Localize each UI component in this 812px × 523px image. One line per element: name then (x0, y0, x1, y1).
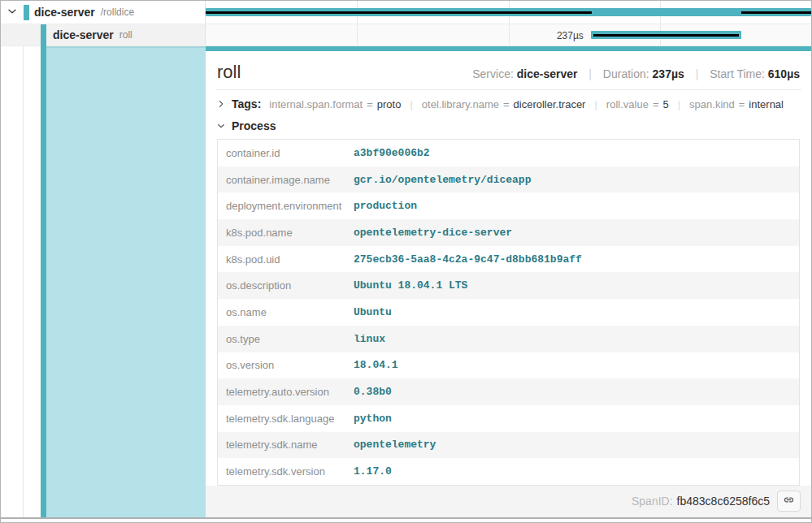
table-row: telemetry.auto.version 0.38b0 (218, 378, 799, 405)
meta-separator: | (588, 67, 592, 80)
process-key: k8s.pod.uid (218, 253, 354, 266)
process-key: container.image.name (218, 174, 354, 186)
process-value: 18.04.1 (354, 359, 398, 371)
service-color-chip (24, 5, 29, 20)
process-key: telemetry.sdk.version (218, 465, 354, 478)
tag-equals: = (653, 98, 659, 110)
process-value: opentelemetry (354, 439, 436, 451)
spanid-value: fb483c8c6258f6c5 (677, 495, 770, 508)
tag-value: diceroller.tracer (514, 98, 586, 110)
span-name-cell-roll[interactable]: dice-server roll (1, 24, 206, 45)
critical-path-segment (206, 11, 592, 14)
service-name: dice-server (53, 28, 114, 41)
selected-span-accent-bar (41, 46, 46, 517)
selected-span-highlight (46, 46, 206, 517)
link-icon (783, 494, 795, 509)
table-row: telemetry.sdk.name opentelemetry (218, 432, 799, 459)
tag-equals: = (367, 98, 373, 110)
process-key: k8s.pod.name (218, 227, 354, 239)
tag-key: roll.value (606, 98, 649, 110)
span-name-cell-rolldice[interactable]: dice-server /rolldice (1, 1, 206, 24)
span-bar-rolldice[interactable] (206, 8, 811, 16)
process-value: Ubuntu (354, 306, 392, 318)
tag-key: internal.span.format (269, 98, 363, 110)
process-value: a3bf90e006b2 (354, 147, 430, 159)
meta-separator: | (696, 67, 699, 80)
process-key: os.name (218, 306, 354, 318)
indent-guide-line (23, 46, 24, 517)
tag-key: otel.library.name (422, 98, 499, 110)
service-color-chip (41, 24, 46, 46)
span-detail-row: roll Service: dice-server | Duration: 23… (1, 46, 811, 517)
table-row: os.version 18.04.1 (218, 352, 799, 379)
duration-label: Duration: (603, 67, 649, 80)
tag-separator: | (410, 98, 412, 110)
process-key: telemetry.sdk.name (218, 439, 354, 451)
process-value: Ubuntu 18.04.1 LTS (354, 279, 467, 292)
process-value: 275ecb36-5aa8-4c2a-9c47-d8bb681b9aff (354, 253, 582, 266)
process-value: opentelemetry-dice-server (354, 227, 512, 239)
chevron-down-icon (217, 119, 225, 133)
copy-link-button[interactable] (777, 491, 801, 512)
process-value: 1.17.0 (354, 465, 392, 478)
span-detail-content: roll Service: dice-server | Duration: 23… (206, 51, 811, 486)
span-detail-header: roll Service: dice-server | Duration: 23… (215, 51, 801, 90)
span-operation-title: roll (217, 63, 241, 82)
operation-name: /rolldice (101, 6, 134, 18)
process-value: python (354, 413, 392, 425)
process-key: telemetry.auto.version (218, 386, 354, 398)
process-key-value-table: container.id a3bf90e006b2 container.imag… (217, 139, 800, 486)
span-bar-roll[interactable] (591, 31, 742, 39)
table-row: os.type linux (218, 326, 799, 352)
spanid-label: SpanID: (632, 495, 673, 508)
detail-row-bottom-border (1, 517, 811, 519)
span-meta: Service: dice-server | Duration: 237µs |… (472, 67, 800, 80)
span-duration-label: 237µs (557, 30, 584, 41)
table-row: container.id a3bf90e006b2 (218, 140, 799, 166)
tag-summary-item: span.kind=internal (689, 98, 784, 110)
span-row-rolldice[interactable]: dice-server /rolldice (1, 1, 811, 24)
tag-summary-item: roll.value=5 (606, 98, 669, 110)
selected-span-rail (1, 46, 206, 517)
tag-key: span.kind (689, 98, 735, 110)
tag-separator: | (678, 98, 680, 110)
span-detail-panel: roll Service: dice-server | Duration: 23… (206, 46, 811, 517)
chevron-right-icon (217, 98, 225, 110)
table-row: os.name Ubuntu (218, 299, 799, 326)
table-row: container.image.name gcr.io/opentelemetr… (218, 166, 799, 193)
tag-summary-item: otel.library.name=diceroller.tracer (422, 98, 586, 110)
process-value: linux (354, 333, 385, 345)
process-value: gcr.io/opentelemetry/diceapp (354, 174, 531, 186)
start-time-value: 610µs (768, 67, 800, 80)
process-label: Process (232, 119, 276, 132)
span-row-roll[interactable]: dice-server roll 237µs (1, 24, 811, 46)
span-timeline-cell[interactable] (206, 1, 811, 24)
process-key: deployment.environment (218, 200, 354, 212)
tag-value: 5 (662, 98, 668, 110)
trace-detail-view: dice-server /rolldice dice-server roll 2… (0, 0, 812, 523)
process-value: production (354, 200, 417, 212)
service-label: Service: (472, 67, 514, 80)
tag-equals: = (739, 98, 745, 110)
process-section-toggle[interactable]: Process (215, 112, 801, 139)
tag-separator: | (594, 98, 597, 110)
operation-name: roll (119, 29, 132, 41)
tag-summary-item: internal.span.format=proto (269, 98, 401, 110)
tags-section-toggle[interactable]: Tags: internal.span.format=proto | otel.… (215, 90, 801, 112)
process-value: 0.38b0 (354, 386, 392, 398)
collapse-toggle[interactable] (1, 5, 24, 19)
process-key: os.description (218, 279, 354, 292)
table-row: telemetry.sdk.language python (218, 405, 799, 432)
tag-value: proto (377, 98, 402, 110)
process-key: os.version (218, 359, 354, 371)
timeline-gridline (509, 24, 510, 45)
service-value: dice-server (517, 67, 578, 80)
process-key: os.type (218, 333, 354, 345)
table-row: k8s.pod.uid 275ecb36-5aa8-4c2a-9c47-d8bb… (218, 246, 799, 273)
service-name: dice-server (34, 6, 95, 19)
critical-path-segment (741, 11, 811, 14)
span-timeline-cell[interactable]: 237µs (206, 24, 811, 45)
tags-label: Tags: (232, 97, 261, 110)
span-detail-footer: SpanID: fb483c8c6258f6c5 (206, 486, 811, 517)
table-row: k8s.pod.name opentelemetry-dice-server (218, 219, 799, 246)
